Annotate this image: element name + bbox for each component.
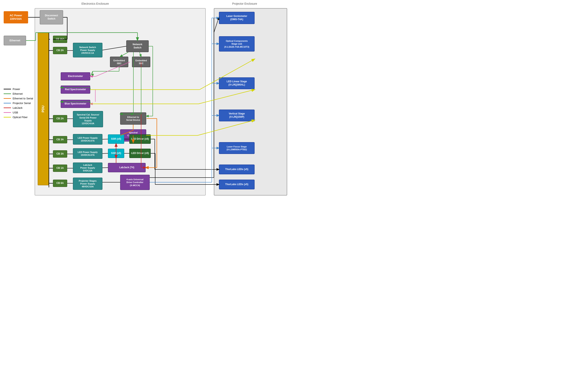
cb-15a-box: CB 15A — [53, 36, 67, 43]
led-driver-2-box: LED Driver (x5) — [129, 149, 151, 158]
legend-power-label: Power — [13, 88, 20, 91]
led-psu-1-box: LED Power Supply15VDC/6.67A — [73, 134, 102, 145]
ssr-1-box: SSR (x5) — [108, 134, 124, 144]
thorlabs-1-box: ThorLabs LEDs (x5) — [219, 165, 255, 174]
led-driver-1-box: LED Driver (x5) — [129, 134, 151, 144]
embedded-sbc-1-box: EmbeddedSBC — [110, 57, 128, 67]
legend-fiber-label: Optical Fiber — [13, 116, 28, 119]
optical-stage-box: Optical ComponentsStage (x2)(X-LSA25-T4A… — [219, 36, 255, 52]
electrometer-box: Electrometer — [61, 72, 90, 80]
legend-ethernet-label: Ethernet — [13, 92, 23, 95]
legend-eth-serial: Ethernet to Serial — [4, 97, 33, 100]
pdu-box: PDU — [38, 33, 49, 185]
laser-gonio-box: Laser Goniometer(OMG-T4A) — [219, 12, 255, 24]
drive-ctrl-box: 4-axis UniversalDrive Controller(X-MCC4) — [120, 175, 150, 190]
vertical-stage-box: Vertical Stage(X-LRQ150P) — [219, 110, 255, 121]
network-switch-box: NetworkSwitch — [126, 40, 149, 52]
legend-eth-serial-label: Ethernet to Serial — [13, 97, 33, 100]
led-linear-box: LED Linear Stage(X-LRQ300AL) — [219, 77, 255, 89]
cb-2a-top-box: CB 2A — [53, 47, 67, 54]
embedded-sbc-2-box: EmbeddedSBC — [132, 57, 150, 67]
cb-1a-box: CB 1A — [53, 165, 67, 172]
cb-6a-box: CB 6A — [53, 180, 67, 187]
legend-usb: USB — [4, 111, 33, 114]
legend-ethernet: Ethernet — [4, 92, 33, 95]
legend-labjack-label: LabJack — [13, 106, 22, 109]
labjack-psu-box: LabJackPower Supply5VDC/2A — [73, 162, 102, 173]
electronics-enclosure-label: Electronics Enclosure — [81, 2, 109, 5]
led-psu-2-box: LED Power Supply15VDC/6.67A — [73, 148, 102, 159]
legend-labjack: LabJack — [4, 106, 33, 109]
diagram-container: Electronics Enclosure Projector Enclosur… — [0, 0, 289, 196]
eth-serial-box: Ethernet toSerial Device — [120, 112, 146, 125]
legend-proj-serial-label: Projector Serial — [13, 102, 31, 105]
ac-power-box: AC Power220V/16A — [4, 11, 28, 23]
legend-fiber: Optical Fiber — [4, 116, 33, 119]
thorlabs-2-box: ThorLabs LEDs (x5) — [219, 180, 255, 189]
legend-proj-serial: Projector Serial — [4, 102, 33, 105]
disconnect-switch-box: Disconnect Switch — [40, 10, 63, 24]
blue-spec-box: Blue Spectrometer — [61, 100, 90, 108]
spectral-psu-box: Spectral Cal. Source/Serial DS PowerSupp… — [73, 111, 103, 127]
labjack-t4-box: LabJack (T4) — [108, 163, 145, 172]
cb-3a-2-box: CB 3A — [53, 150, 67, 158]
legend-power: Power — [4, 88, 33, 91]
cb-3a-1-box: CB 3A — [53, 136, 67, 143]
red-spec-box: Red Spectrometer — [61, 85, 90, 94]
projector-enclosure-label: Projector Enclosure — [232, 2, 257, 5]
legend: Power Ethernet Ethernet to Serial Projec… — [4, 88, 33, 120]
ethernet-ext-box: Ethernet — [4, 36, 26, 45]
legend-usb-label: USB — [13, 111, 18, 114]
proj-psu-box: Projector StagesPower Supply48VDC/10A — [73, 178, 102, 190]
ssr-2-box: SSR (x5) — [108, 149, 124, 158]
cb-2a-mid-box: CB 2A — [53, 115, 67, 122]
laser-focus-box: Laser Focus Stage(X-LSM050A-PTB2) — [219, 142, 255, 154]
ns-psu-box: Network SwitchPower Supply24VDC/2.1A — [73, 43, 102, 58]
